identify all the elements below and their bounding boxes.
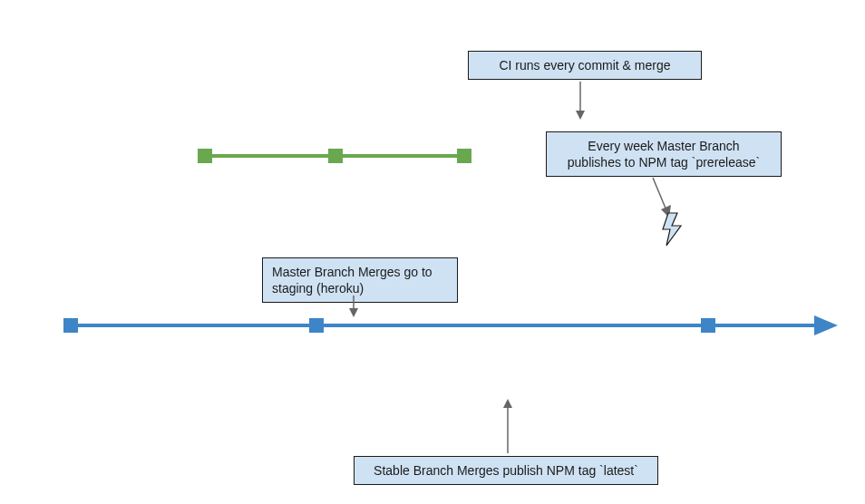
arrow-prerelease-down (653, 178, 666, 210)
feature-commit-node (328, 149, 343, 163)
lightning-icon (663, 213, 681, 246)
master-branch-arrowhead-icon (814, 315, 838, 335)
svg-marker-0 (663, 213, 681, 246)
arrow-staging-down-head-icon (349, 308, 358, 317)
master-commit-node (63, 318, 78, 333)
feature-commit-node (457, 149, 471, 163)
label-ci-text: CI runs every commit & merge (499, 58, 670, 73)
arrow-stable-up-head-icon (503, 399, 512, 408)
label-prerelease-line2: publishes to NPM tag `prerelease` (556, 154, 772, 170)
label-stable: Stable Branch Merges publish NPM tag `la… (354, 456, 658, 485)
master-commit-node (701, 318, 715, 333)
feature-commit-node (198, 149, 212, 163)
master-commit-node (309, 318, 324, 333)
label-prerelease-line1: Every week Master Branch (556, 138, 772, 154)
label-stable-text: Stable Branch Merges publish NPM tag `la… (374, 463, 638, 478)
label-staging-line1: Master Branch Merges go to (272, 264, 448, 280)
arrow-ci-down-head-icon (576, 111, 585, 120)
diagram-canvas (0, 0, 865, 504)
label-staging: Master Branch Merges go to staging (hero… (262, 257, 458, 303)
label-ci: CI runs every commit & merge (468, 51, 702, 80)
label-staging-line2: staging (heroku) (272, 280, 448, 296)
arrow-prerelease-down-head-icon (661, 205, 671, 218)
label-prerelease: Every week Master Branch publishes to NP… (546, 131, 782, 177)
